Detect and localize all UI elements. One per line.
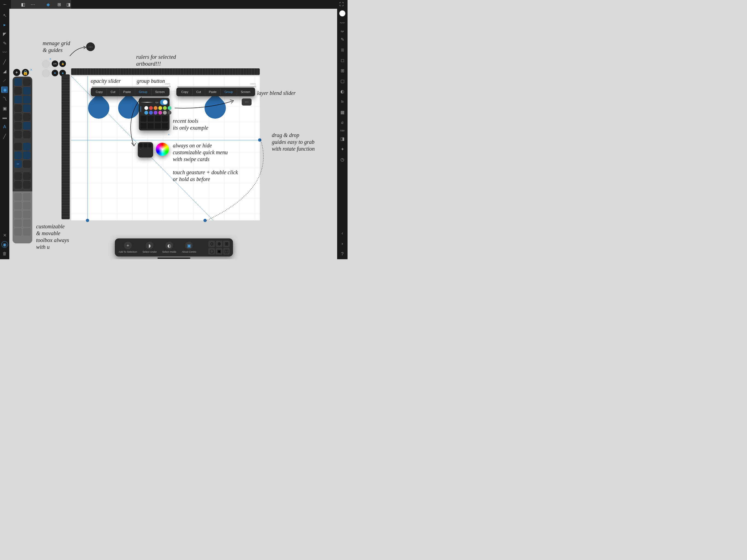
tbx-cell[interactable] [14, 131, 22, 138]
tbx-empty-slot[interactable] [14, 219, 22, 227]
recent-tool-icon[interactable] [140, 106, 141, 112]
transform-option[interactable]: ▢ [208, 248, 215, 255]
tbx-empty-slot[interactable] [23, 219, 31, 227]
ctx-more-button[interactable]: ⋯ [242, 98, 252, 105]
tbx-cell[interactable] [14, 104, 22, 112]
tbx-empty-slot[interactable] [23, 228, 31, 236]
about-centre-button[interactable]: ▣ About Centre [180, 242, 199, 253]
recent-tool-icon[interactable] [148, 116, 154, 122]
qm-icon[interactable] [148, 144, 152, 147]
transform-option[interactable]: ⊞ [223, 240, 230, 247]
tbx-cell[interactable] [23, 78, 31, 86]
grid-lock-button[interactable]: 🔒 [59, 60, 66, 67]
qm-icon[interactable] [139, 144, 143, 147]
tbx-cell[interactable] [14, 87, 22, 95]
ctx-copy[interactable]: Copy [177, 88, 192, 95]
grid-mgr-slot[interactable] [42, 60, 50, 68]
recent-tool-icon[interactable] [140, 116, 147, 122]
opacity-slider[interactable]: 100% [92, 86, 171, 87]
recent-tool-icon[interactable] [140, 123, 147, 129]
help-icon[interactable]: ? [339, 251, 346, 258]
tool-panel-close-icon[interactable]: × [168, 133, 170, 136]
swatch[interactable] [163, 106, 167, 110]
tbx-cell[interactable] [14, 172, 22, 180]
vertical-guide[interactable] [87, 76, 88, 221]
document-icon[interactable]: ◧ [18, 0, 28, 9]
swatch[interactable] [163, 111, 167, 114]
layers-studio-icon[interactable]: ≣ [339, 46, 346, 53]
vector-brush-icon[interactable]: 〽 [1, 96, 8, 102]
tbx-cell[interactable] [23, 181, 31, 189]
recent-tool-icon[interactable] [155, 116, 161, 122]
brush-studio-icon[interactable]: ✎ [339, 36, 346, 43]
grid-fill-button[interactable]: ■ [52, 70, 58, 76]
text-studio-icon[interactable]: a [339, 119, 346, 126]
tbx-empty-slot[interactable] [14, 228, 22, 236]
ctx-cut[interactable]: Cut [192, 88, 205, 95]
tbx-cell[interactable] [23, 104, 31, 112]
rectangle-tool-icon[interactable]: ▬ [1, 114, 8, 121]
pen-tool-icon[interactable]: ✎ [1, 40, 8, 47]
tbx-cell[interactable] [23, 87, 31, 95]
guide-handle[interactable] [258, 138, 261, 142]
tbx-cell[interactable] [14, 181, 22, 189]
ctx-screen[interactable]: Screen [237, 88, 254, 95]
snap-magnet-icon[interactable]: ◉ [1, 241, 8, 248]
ctx-group[interactable]: Group [135, 88, 152, 95]
tbx-cell[interactable] [14, 143, 22, 150]
brush-toggle[interactable] [160, 100, 168, 105]
panel-toggle-icon[interactable]: ◨ [63, 0, 73, 9]
tbx-cell[interactable] [23, 172, 31, 180]
recent-tool-icon[interactable] [148, 123, 154, 129]
corner-tool-icon[interactable]: ◤ [1, 31, 8, 37]
navigator-icon[interactable]: ✦ [339, 146, 346, 153]
ctx-copy[interactable]: Copy [92, 88, 107, 95]
tbx-empty-slot[interactable] [23, 193, 31, 201]
swatch[interactable] [149, 111, 153, 114]
recent-tool-icon[interactable] [155, 123, 161, 129]
toolbox-close-icon[interactable]: × [30, 68, 32, 72]
ctx-paste[interactable]: Paste [205, 88, 221, 95]
zoom-tool-icon[interactable]: ╱ [1, 133, 8, 139]
tbx-cell[interactable] [23, 160, 31, 168]
swatch[interactable] [145, 106, 148, 110]
lock-toolbox-button[interactable]: 🔒 [22, 69, 29, 76]
move-tool-icon[interactable]: ↖ [1, 12, 8, 19]
horizontal-guide[interactable] [71, 140, 260, 140]
guide-handle[interactable] [86, 219, 89, 222]
swatch[interactable] [168, 111, 172, 114]
tbx-cell[interactable] [14, 152, 22, 159]
vertical-ruler[interactable] [61, 74, 70, 219]
more-grid-options-button[interactable]: ⋯ [86, 42, 95, 51]
tbx-empty-slot[interactable] [23, 202, 31, 209]
tbx-cell[interactable] [14, 78, 22, 86]
ctx-cut[interactable]: Cut [107, 88, 120, 95]
adjustments-icon[interactable]: ◐ [339, 88, 346, 95]
grid-toggle-icon[interactable]: ⊞ [54, 0, 64, 9]
transform-option[interactable]: ⊙ [208, 240, 215, 247]
trash-icon[interactable]: 🗑 [1, 251, 8, 257]
stroke-icon[interactable]: 〰 [339, 20, 346, 27]
tbx-cell[interactable] [23, 113, 31, 121]
prev-page-icon[interactable]: ‹ [339, 230, 346, 237]
ctx-screen[interactable]: Screen [152, 88, 169, 95]
tbx-empty-slot[interactable] [14, 193, 22, 201]
more-menu-icon[interactable]: ⋯ [28, 0, 38, 9]
tbx-cell[interactable] [14, 113, 22, 121]
tbx-cell[interactable] [23, 152, 31, 159]
grid-mgr-slot[interactable] [42, 69, 50, 77]
tbx-empty-slot[interactable] [14, 210, 22, 218]
horizontal-ruler[interactable] [71, 68, 260, 75]
tbx-cell[interactable] [23, 143, 31, 150]
close-x-icon[interactable]: ✕ [1, 232, 8, 238]
qm-icon[interactable] [144, 144, 147, 147]
eyedropper-tool-icon[interactable]: ⟋ [1, 77, 8, 84]
swatch[interactable] [149, 106, 153, 110]
brush-tool-icon[interactable]: ╱ [1, 58, 8, 65]
swatch[interactable] [168, 106, 172, 110]
pencil-tool-icon[interactable]: 〰 [1, 49, 8, 56]
text-tool-icon[interactable]: A [1, 124, 8, 130]
tbx-empty-slot[interactable] [14, 202, 22, 209]
node-tool-icon[interactable]: ▸ [1, 21, 8, 28]
tbx-cell[interactable] [23, 131, 31, 138]
